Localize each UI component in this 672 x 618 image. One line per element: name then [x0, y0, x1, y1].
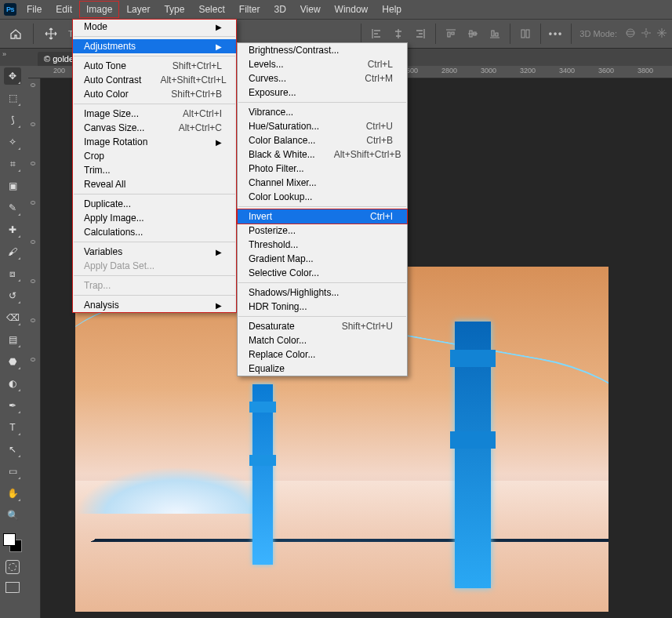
- menu-item-reveal-all[interactable]: Reveal All: [73, 177, 236, 191]
- menu-item-selective-color[interactable]: Selective Color...: [238, 266, 407, 280]
- menu-window[interactable]: Window: [328, 1, 376, 18]
- menu-select[interactable]: Select: [191, 1, 231, 18]
- menu-item-color-lookup[interactable]: Color Lookup...: [238, 190, 407, 204]
- menu-item-apply-image[interactable]: Apply Image...: [73, 211, 236, 225]
- menu-item-label: Channel Mixer...: [249, 177, 317, 188]
- menu-file[interactable]: File: [20, 1, 49, 18]
- menu-item-hdr-toning[interactable]: HDR Toning...: [238, 300, 407, 314]
- pan-3d-icon[interactable]: [641, 27, 652, 41]
- menu-item-shortcut: Shift+Ctrl+L: [173, 60, 222, 71]
- menu-item-label: Exposure...: [249, 87, 296, 98]
- menu-image[interactable]: Image: [79, 1, 119, 18]
- type-tool[interactable]: T: [4, 419, 21, 436]
- gradient-tool[interactable]: ▤: [4, 331, 21, 348]
- menu-item-auto-color[interactable]: Auto ColorShift+Ctrl+B: [73, 87, 236, 101]
- distribute-center-v-icon[interactable]: [466, 27, 480, 41]
- screen-mode-icon[interactable]: [5, 582, 20, 593]
- menu-item-threshold[interactable]: Threshold...: [238, 238, 407, 252]
- align-left-icon[interactable]: [369, 27, 383, 41]
- align-right-icon[interactable]: [413, 27, 427, 41]
- eyedropper-tool[interactable]: ✎: [4, 199, 21, 216]
- menu-item-brightness-contrast[interactable]: Brightness/Contrast...: [238, 43, 407, 57]
- quick-mask-icon[interactable]: [5, 560, 20, 574]
- menu-item-gradient-map[interactable]: Gradient Map...: [238, 252, 407, 266]
- menu-item-color-balance[interactable]: Color Balance...Ctrl+B: [238, 133, 407, 147]
- menu-item-canvas-size[interactable]: Canvas Size...Alt+Ctrl+C: [73, 121, 236, 135]
- menu-item-mode[interactable]: Mode▶: [73, 20, 236, 34]
- menu-item-label: Curves...: [249, 73, 286, 84]
- menu-item-desaturate[interactable]: DesaturateShift+Ctrl+U: [238, 319, 407, 333]
- menu-item-replace-color[interactable]: Replace Color...: [238, 347, 407, 362]
- menu-item-curves[interactable]: Curves...Ctrl+M: [238, 71, 407, 85]
- menu-item-trim[interactable]: Trim...: [73, 163, 236, 177]
- menu-item-levels[interactable]: Levels...Ctrl+L: [238, 57, 407, 71]
- menu-item-auto-tone[interactable]: Auto ToneShift+Ctrl+L: [73, 59, 236, 73]
- menu-layer[interactable]: Layer: [119, 1, 157, 18]
- menu-edit[interactable]: Edit: [49, 1, 79, 18]
- menu-item-calculations[interactable]: Calculations...: [73, 225, 236, 239]
- menu-item-label: Gradient Map...: [249, 253, 314, 264]
- distribute-bottom-icon[interactable]: [488, 27, 502, 41]
- menu-item-black-white[interactable]: Black & White...Alt+Shift+Ctrl+B: [238, 147, 407, 162]
- magic-wand-tool[interactable]: ✧: [4, 133, 21, 151]
- menu-3d[interactable]: 3D: [267, 1, 292, 18]
- lasso-tool[interactable]: ⟆: [4, 111, 21, 129]
- menu-item-adjustments[interactable]: Adjustments▶: [73, 39, 236, 53]
- svg-point-4: [645, 31, 648, 35]
- menu-item-label: Crop: [84, 151, 104, 162]
- menu-item-photo-filter[interactable]: Photo Filter...: [238, 162, 407, 176]
- ruler-vertical[interactable]: 00000000: [28, 78, 41, 618]
- orbit-3d-icon[interactable]: [625, 27, 636, 41]
- menu-item-vibrance[interactable]: Vibrance...: [238, 105, 407, 119]
- home-icon[interactable]: [5, 23, 27, 45]
- menu-item-shadows-highlights[interactable]: Shadows/Highlights...: [238, 285, 407, 300]
- eraser-tool[interactable]: ⌫: [4, 309, 21, 326]
- frame-tool[interactable]: ▣: [4, 177, 21, 194]
- menu-item-label: Black & White...: [249, 149, 315, 160]
- clone-stamp-tool[interactable]: ⧈: [4, 265, 21, 282]
- dodge-tool[interactable]: ◐: [4, 375, 21, 392]
- move-tool[interactable]: ✥: [4, 67, 21, 85]
- collapse-panel-icon[interactable]: »: [2, 50, 6, 58]
- menu-view[interactable]: View: [293, 1, 328, 18]
- menu-item-label: Auto Tone: [84, 60, 126, 71]
- menu-item-auto-contrast[interactable]: Auto ContrastAlt+Shift+Ctrl+L: [73, 73, 236, 87]
- menu-help[interactable]: Help: [375, 1, 409, 18]
- shape-tool[interactable]: ▭: [4, 463, 21, 480]
- crop-tool[interactable]: ⌗: [4, 155, 21, 173]
- distribute-top-icon[interactable]: [444, 27, 458, 41]
- move-tool-indicator-icon[interactable]: [40, 23, 62, 45]
- color-swatches[interactable]: [3, 533, 22, 552]
- menu-item-posterize[interactable]: Posterize...: [238, 224, 407, 238]
- menu-item-apply-data-set: Apply Data Set...: [73, 259, 236, 273]
- pen-tool[interactable]: ✒: [4, 397, 21, 414]
- brush-tool[interactable]: 🖌: [4, 243, 21, 260]
- healing-brush-tool[interactable]: ✚: [4, 221, 21, 238]
- menu-item-shortcut: Ctrl+M: [365, 73, 393, 84]
- marquee-tool[interactable]: ⬚: [4, 89, 21, 107]
- menu-type[interactable]: Type: [157, 1, 191, 18]
- more-options-icon[interactable]: •••: [549, 28, 564, 39]
- menu-item-variables[interactable]: Variables▶: [73, 245, 236, 259]
- menu-item-image-rotation[interactable]: Image Rotation▶: [73, 135, 236, 149]
- menu-item-hue-saturation[interactable]: Hue/Saturation...Ctrl+U: [238, 119, 407, 133]
- hand-tool[interactable]: ✋: [4, 485, 21, 502]
- menu-filter[interactable]: Filter: [232, 1, 267, 18]
- menu-item-analysis[interactable]: Analysis▶: [73, 298, 236, 312]
- align-options-icon[interactable]: [518, 27, 532, 41]
- menu-item-equalize[interactable]: Equalize: [238, 362, 407, 376]
- menu-item-crop[interactable]: Crop: [73, 149, 236, 163]
- menu-item-match-color[interactable]: Match Color...: [238, 333, 407, 347]
- slide-3d-icon[interactable]: [656, 27, 667, 41]
- menu-item-label: Color Balance...: [249, 135, 315, 146]
- menu-item-channel-mixer[interactable]: Channel Mixer...: [238, 176, 407, 190]
- align-center-h-icon[interactable]: [391, 27, 405, 41]
- menu-item-duplicate[interactable]: Duplicate...: [73, 197, 236, 211]
- history-brush-tool[interactable]: ↺: [4, 287, 21, 304]
- blur-tool[interactable]: ⬣: [4, 353, 21, 370]
- menu-item-image-size[interactable]: Image Size...Alt+Ctrl+I: [73, 107, 236, 121]
- menu-item-invert[interactable]: InvertCtrl+I: [237, 209, 408, 224]
- path-select-tool[interactable]: ↖: [4, 441, 21, 458]
- menu-item-exposure[interactable]: Exposure...: [238, 85, 407, 100]
- zoom-tool[interactable]: 🔍: [4, 507, 21, 524]
